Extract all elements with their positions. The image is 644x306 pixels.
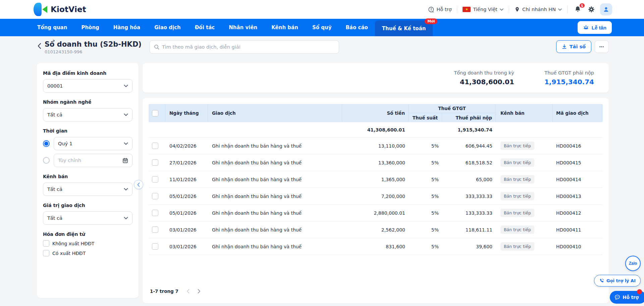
nav-item[interactable]: Đối tác: [188, 19, 222, 36]
help-label: Hỗ trợ: [437, 7, 452, 12]
zalo-button[interactable]: Zalo: [625, 256, 641, 271]
location-select-value: 00001: [47, 83, 63, 89]
table-row: 11/01/2026 Ghi nhận doanh thu bán hàng v…: [149, 171, 603, 188]
nav-item[interactable]: Giao dịch: [147, 19, 188, 36]
support-button[interactable]: Hỗ trợ: [610, 291, 644, 304]
kiotviet-logo-icon: [34, 3, 47, 16]
einvoice-option[interactable]: Có xuất HĐĐT: [43, 250, 132, 256]
row-checkbox[interactable]: [152, 210, 158, 216]
einvoice-checkbox[interactable]: [43, 250, 49, 256]
search-input[interactable]: [162, 44, 335, 50]
cell-code[interactable]: HD000416: [553, 143, 603, 149]
nav-items: Tổng quan Phòng Hàng hóa Giao dịch Đối t…: [30, 19, 433, 36]
nav-item-label: Thuế & Kế toán: [382, 26, 426, 32]
column-header-vat-payable[interactable]: Thuế phải nộp: [442, 113, 496, 122]
cell-transaction: Ghi nhận doanh thu bán hàng và thuế: [208, 210, 342, 216]
help-button[interactable]: Hỗ trợ: [428, 6, 452, 13]
chevron-down-icon: [124, 142, 128, 145]
ellipsis-icon: •••: [599, 45, 604, 49]
prev-page-button[interactable]: [186, 289, 190, 294]
collapse-sidebar-button[interactable]: [134, 180, 143, 189]
settings-button[interactable]: [588, 6, 595, 13]
more-button[interactable]: •••: [595, 40, 609, 53]
nav-item[interactable]: Sổ quỹ: [305, 19, 339, 36]
column-header-code[interactable]: Mã giao dịch: [553, 104, 603, 122]
column-header-channel[interactable]: Kênh bán: [496, 104, 553, 122]
nav-item[interactable]: Thuế & Kế toán Mới: [375, 20, 433, 36]
row-checkbox[interactable]: [152, 193, 158, 199]
row-checkbox[interactable]: [152, 176, 158, 183]
branch-label: Chi nhánh HN: [522, 7, 556, 12]
column-header-amount[interactable]: Số tiền: [342, 104, 409, 122]
value-select[interactable]: Tất cả: [43, 211, 132, 225]
brand[interactable]: KiotViet: [34, 3, 86, 16]
nav-item-label: Nhân viên: [229, 24, 257, 31]
row-checkbox[interactable]: [152, 243, 158, 250]
avatar[interactable]: [600, 3, 612, 15]
table-row: 03/01/2026 Ghi nhận doanh thu bán hàng v…: [149, 221, 603, 238]
help-bubble-icon: [428, 6, 434, 13]
einvoice-option[interactable]: Không xuất HĐĐT: [43, 240, 132, 247]
cell-code[interactable]: HD000414: [553, 177, 603, 182]
channel-badge: Bán trực tiếp: [500, 142, 534, 150]
download-book-button[interactable]: Tải sổ: [556, 40, 591, 53]
channel-select-value: Tất cả: [47, 187, 62, 192]
ai-call-button[interactable]: Gọi trợ lý AI: [594, 275, 641, 287]
table-row: 27/01/2026 Ghi nhận doanh thu bán hàng v…: [149, 154, 603, 171]
custom-date-radio[interactable]: [43, 157, 50, 164]
nav-item[interactable]: Báo cáo: [338, 19, 375, 36]
einvoice-checkbox[interactable]: [43, 240, 49, 247]
quarter-select[interactable]: Quý 1: [54, 137, 132, 150]
row-checkbox[interactable]: [152, 226, 158, 233]
column-header-date[interactable]: Ngày tháng: [165, 104, 208, 122]
phone-icon: [599, 278, 604, 283]
notifications-button[interactable]: 5: [573, 5, 583, 14]
nav-item[interactable]: Tổng quan: [30, 19, 74, 36]
cell-code[interactable]: HD000413: [553, 194, 603, 199]
search-box[interactable]: [150, 40, 339, 54]
channel-select[interactable]: Tất cả: [43, 183, 132, 196]
nav-item[interactable]: Phòng: [74, 19, 106, 36]
cell-code[interactable]: HD000415: [553, 160, 603, 165]
cell-date: 27/01/2026: [165, 160, 208, 165]
column-header-transaction[interactable]: Giao dịch: [208, 104, 342, 122]
table-row: 05/01/2026 Ghi nhận doanh thu bán hàng v…: [149, 188, 603, 205]
custom-date-input[interactable]: Tùy chỉnh: [54, 154, 132, 167]
select-all-checkbox[interactable]: [152, 110, 158, 116]
search-icon: [154, 44, 159, 50]
location-select[interactable]: 00001: [43, 79, 132, 93]
nav-item-label: Tổng quan: [37, 24, 67, 31]
transactions-table: Ngày tháng Giao dịch Số tiền Thuế GTGT T…: [143, 98, 609, 303]
cell-code[interactable]: HD000410: [553, 244, 603, 249]
nav-item[interactable]: Kênh bán: [264, 19, 305, 36]
vietnam-flag-icon: ★: [463, 7, 471, 12]
cell-code[interactable]: HD000412: [553, 210, 603, 216]
next-page-button[interactable]: [198, 289, 201, 294]
quarter-select-value: Quý 1: [58, 141, 72, 146]
chat-icon: [614, 295, 620, 300]
cell-date: 11/01/2026: [165, 177, 208, 182]
vat-value: 1,915,340.74: [544, 78, 594, 86]
column-header-vat-rate[interactable]: Thuế suất: [409, 113, 442, 122]
reception-button[interactable]: Lễ tân: [578, 21, 612, 34]
cell-code[interactable]: HD000411: [553, 227, 603, 233]
location-pin-icon: [515, 7, 520, 12]
nav-item-label: Giao dịch: [154, 24, 181, 31]
revenue-label: Tổng doanh thu trong kỳ: [454, 70, 514, 75]
nav-item[interactable]: Hàng hóa: [106, 19, 147, 36]
nav-item[interactable]: Nhân viên: [222, 19, 264, 36]
cell-transaction: Ghi nhận doanh thu bán hàng và thuế: [208, 177, 342, 182]
channel-badge: Bán trực tiếp: [500, 225, 534, 234]
quarter-radio[interactable]: [43, 140, 50, 147]
cell-amount: 7,200,000: [342, 194, 409, 199]
calendar-icon: [122, 158, 128, 163]
back-button[interactable]: [37, 42, 42, 50]
industry-select[interactable]: Tất cả: [43, 108, 132, 121]
language-selector[interactable]: ★ Tiếng Việt: [463, 7, 503, 12]
row-checkbox[interactable]: [152, 159, 158, 166]
row-checkbox[interactable]: [152, 143, 158, 149]
industry-filter-label: Nhóm ngành nghề: [43, 99, 132, 105]
branch-selector[interactable]: Chi nhánh HN: [515, 7, 562, 12]
cell-date: 05/01/2026: [165, 210, 208, 216]
vat-stat: Thuế GTGT phải nộp 1,915,340.74: [544, 70, 594, 86]
